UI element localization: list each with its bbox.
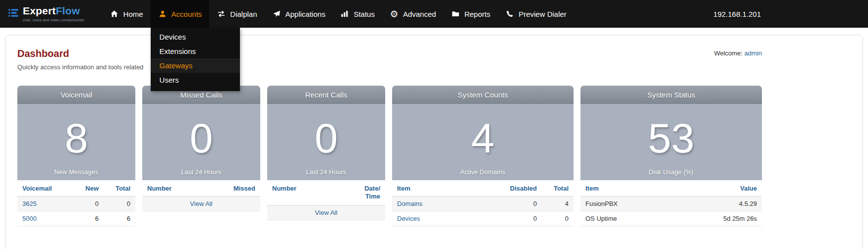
nav-accounts-wrap: Accounts Devices Extensions Gateways Use…: [151, 0, 210, 28]
table-row: 5000 6 6: [17, 211, 135, 226]
devices-link[interactable]: Devices: [397, 215, 420, 222]
nav-item-applications[interactable]: Applications: [265, 0, 333, 28]
column-header: Voicemail: [17, 180, 72, 197]
cell: View All: [142, 197, 260, 211]
nav-item-label: Home: [123, 10, 143, 18]
cell: OS Uptime: [580, 211, 670, 226]
table-header-row: Number Missed: [142, 180, 260, 197]
recent-calls-table: Number Date/Time View All: [267, 180, 385, 220]
top-navbar: ExpertFlow chat, voice and video contact…: [0, 0, 868, 28]
nav-item-home[interactable]: Home: [103, 0, 151, 28]
cell: View All: [267, 205, 385, 220]
nav-item-label: Dialplan: [230, 10, 257, 18]
table-row: Devices 0 0: [392, 211, 574, 226]
welcome-user-link[interactable]: admin: [745, 50, 762, 57]
brand-logo[interactable]: ExpertFlow chat, voice and video contact…: [8, 0, 85, 28]
missed-calls-card-body: 0 Last 24 Hours: [142, 104, 260, 180]
cell: Domains: [392, 197, 505, 211]
cell: 5000: [17, 211, 72, 226]
missed-calls-card: Missed Calls 0 Last 24 Hours Number Miss…: [142, 86, 260, 211]
missed-calls-caption: Last 24 Hours: [142, 168, 260, 176]
welcome-message: Welcome: admin: [714, 48, 762, 57]
cell: 4.5.29: [670, 197, 762, 211]
missed-calls-view-all-link[interactable]: View All: [190, 200, 212, 207]
menu-item-users[interactable]: Users: [151, 73, 240, 87]
table-row: 3625 0 0: [17, 197, 135, 211]
recent-calls-card: Recent Calls 0 Last 24 Hours Number Date…: [267, 86, 385, 220]
missed-calls-count: 0: [190, 117, 213, 159]
column-header: Missed: [204, 180, 261, 197]
missed-calls-table: Number Missed View All: [142, 180, 260, 211]
cell: 5d 25m 26s: [670, 211, 762, 226]
table-row: Domains 0 4: [392, 197, 574, 211]
nav-item-label: Preview Dialer: [519, 10, 567, 18]
system-status-caption: Disk Usage (%): [580, 168, 762, 176]
page-title: Dashboard: [17, 48, 143, 59]
nav-item-dialplan[interactable]: Dialplan: [209, 0, 264, 28]
domains-link[interactable]: Domains: [397, 200, 422, 207]
nav-item-advanced[interactable]: ⚙ Advanced: [382, 0, 444, 28]
recent-calls-view-all-link[interactable]: View All: [315, 209, 337, 216]
voicemail-count: 8: [65, 117, 88, 159]
cell: 6: [72, 211, 104, 226]
column-header: Value: [670, 180, 762, 197]
voicemail-card-title: Voicemail: [17, 86, 135, 104]
disk-usage-percent: 53: [648, 117, 694, 159]
nav-item-reports[interactable]: Reports: [444, 0, 498, 28]
voicemail-card-body: 8 New Messages: [17, 104, 135, 180]
cell: 6: [104, 211, 135, 226]
content-inner: Dashboard Quickly access information and…: [17, 48, 762, 226]
cell: 0: [104, 197, 135, 211]
folder-icon: [451, 10, 460, 18]
gear-icon: ⚙: [390, 9, 399, 19]
cell: 0: [505, 211, 542, 226]
system-counts-card: System Counts 4 Active Domains Item Disa…: [392, 86, 574, 226]
page-header: Dashboard Quickly access information and…: [17, 48, 762, 71]
exchange-arrows-icon: [217, 10, 226, 18]
system-status-table: Item Value FusionPBX 4.5.29 OS Uptime 5d…: [580, 180, 762, 226]
table-header-row: Item Value: [580, 180, 762, 197]
brand-text: ExpertFlow chat, voice and video contact…: [23, 5, 85, 22]
table-header-row: Item Disabled Total: [392, 180, 574, 197]
dashboard-cards: Voicemail 8 New Messages Voicemail New T…: [17, 86, 762, 226]
system-counts-table: Item Disabled Total Domains 0 4 Devices: [392, 180, 574, 226]
system-status-card-title: System Status: [580, 86, 762, 104]
table-header-row: Voicemail New Total: [17, 180, 135, 197]
menu-item-extensions[interactable]: Extensions: [151, 44, 240, 58]
cell: Devices: [392, 211, 505, 226]
system-counts-card-title: System Counts: [392, 86, 574, 104]
accounts-dropdown-menu: Devices Extensions Gateways Users: [151, 28, 240, 91]
menu-item-devices[interactable]: Devices: [151, 30, 240, 44]
column-header: Total: [104, 180, 135, 197]
table-row: FusionPBX 4.5.29: [580, 197, 762, 211]
nav-item-label: Advanced: [403, 10, 436, 18]
voicemail-box-link[interactable]: 5000: [22, 215, 37, 222]
brand-name: ExpertFlow: [23, 5, 85, 16]
menu-item-gateways[interactable]: Gateways: [151, 58, 240, 73]
nav-item-accounts[interactable]: Accounts: [151, 0, 210, 28]
system-status-card: System Status 53 Disk Usage (%) Item Val…: [580, 86, 762, 226]
column-header: Disabled: [505, 180, 542, 197]
phone-icon: [505, 10, 514, 18]
column-header: Item: [392, 180, 505, 197]
table-row: OS Uptime 5d 25m 26s: [580, 211, 762, 226]
cell: FusionPBX: [580, 197, 670, 211]
nav-item-preview-dialer[interactable]: Preview Dialer: [498, 0, 574, 28]
nav-item-status[interactable]: Status: [333, 0, 382, 28]
nav-item-label: Applications: [286, 10, 326, 18]
voicemail-box-link[interactable]: 3625: [22, 200, 37, 207]
system-counts-caption: Active Domains: [392, 168, 574, 176]
brand-tagline: chat, voice and video contactcenter: [23, 18, 85, 22]
page-subtitle: Quickly access information and tools rel…: [17, 63, 143, 71]
system-status-card-body: 53 Disk Usage (%): [580, 104, 762, 180]
table-header-row: Number Date/Time: [267, 180, 385, 205]
view-all-row: View All: [142, 197, 260, 211]
column-header: Number: [142, 180, 204, 197]
column-header: Total: [542, 180, 574, 197]
voicemail-card: Voicemail 8 New Messages Voicemail New T…: [17, 86, 135, 226]
column-header: Number: [267, 180, 359, 205]
cell: 0: [505, 197, 542, 211]
voicemail-caption: New Messages: [17, 168, 135, 176]
paper-plane-icon: [272, 10, 281, 18]
recent-calls-caption: Last 24 Hours: [267, 168, 385, 176]
